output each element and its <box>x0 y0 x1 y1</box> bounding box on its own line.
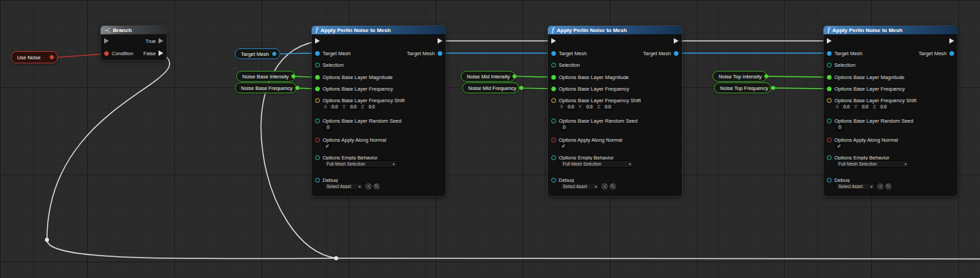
apply-along-normal-pin[interactable] <box>827 138 832 142</box>
true-exec-out-pin[interactable] <box>159 38 163 44</box>
var-node-target-mesh[interactable]: Target Mesh <box>235 48 280 59</box>
branch-node-header[interactable]: Branch <box>101 26 167 35</box>
magnitude-pin[interactable] <box>315 75 320 80</box>
node-title: Apply Perlin Noise to Mesh <box>321 27 391 33</box>
var-node-noise-top-intensity[interactable]: Noise Top Intensity <box>713 71 767 82</box>
y-value-field[interactable]: 0.0 <box>584 104 595 110</box>
apply-perlin-noise-node-2[interactable]: ƒ Apply Perlin Noise to Mesh Target Mesh… <box>548 26 682 196</box>
empty-behavior-dropdown[interactable]: Full Mesh Selection ▾ <box>560 160 634 168</box>
empty-behavior-dropdown[interactable]: Full Mesh Selection ▾ <box>324 160 397 168</box>
exec-in-pin[interactable] <box>315 38 320 44</box>
float-wire-top-intensity[interactable] <box>761 76 828 77</box>
target-mesh-out-pin[interactable] <box>674 51 679 56</box>
apply-along-normal-checkbox[interactable]: ✓ <box>836 143 843 150</box>
random-seed-field[interactable]: 0 <box>836 124 844 131</box>
browse-asset-button[interactable] <box>610 183 616 189</box>
apply-along-normal-checkbox[interactable]: ✓ <box>324 143 331 150</box>
blueprint-graph-canvas[interactable]: Use Noise Branch True Condition False <box>0 0 980 278</box>
frequency-shift-pin[interactable] <box>315 98 320 103</box>
branch-node[interactable]: Branch True Condition False <box>101 26 167 60</box>
random-seed-pin[interactable] <box>551 119 556 123</box>
bool-wire-usenoise-to-condition[interactable] <box>52 54 105 57</box>
magnitude-pin[interactable] <box>551 75 556 80</box>
selection-pin[interactable] <box>551 63 556 67</box>
y-value-field[interactable]: 0.0 <box>348 104 359 110</box>
function-node-header[interactable]: ƒ Apply Perlin Noise to Mesh <box>548 26 682 35</box>
var-node-noise-base-frequency[interactable]: Noise Base Frequency <box>235 82 297 93</box>
frequency-shift-pin[interactable] <box>551 98 556 103</box>
reroute-node-1[interactable] <box>45 238 49 242</box>
exec-out-pin[interactable] <box>438 38 442 44</box>
x-value-field[interactable]: 0.0 <box>565 104 576 110</box>
debug-asset-dropdown[interactable]: Select Asset ▾ <box>324 183 363 190</box>
var-node-use-noise[interactable]: Use Noise <box>11 51 58 63</box>
exec-out-pin[interactable] <box>674 38 679 44</box>
magnitude-pin[interactable] <box>827 75 832 80</box>
target-mesh-in-pin[interactable] <box>315 51 320 56</box>
use-selected-asset-button[interactable] <box>365 183 372 189</box>
frequency-shift-pin[interactable] <box>827 98 832 103</box>
random-seed-field[interactable]: 0 <box>560 124 568 131</box>
target-mesh-out-pin[interactable] <box>949 51 954 56</box>
browse-asset-button[interactable] <box>374 183 380 189</box>
float-output-pin[interactable] <box>519 86 523 90</box>
target-mesh-in-pin[interactable] <box>551 51 556 56</box>
apply-along-normal-pin[interactable] <box>315 138 320 142</box>
var-node-noise-mid-frequency[interactable]: Noise Mid Frequency <box>462 82 519 93</box>
function-node-header[interactable]: ƒ Apply Perlin Noise to Mesh <box>823 26 958 35</box>
random-seed-pin[interactable] <box>827 119 832 123</box>
z-value-field[interactable]: 0.0 <box>878 104 889 110</box>
frequency-pin[interactable] <box>827 87 832 91</box>
debug-pin[interactable] <box>315 178 320 183</box>
float-output-pin[interactable] <box>295 86 299 90</box>
frequency-pin[interactable] <box>551 87 556 91</box>
var-node-noise-base-intensity[interactable]: Noise Base Intensity <box>236 71 295 82</box>
debug-asset-dropdown[interactable]: Select Asset ▾ <box>560 183 600 190</box>
bool-output-pin[interactable] <box>50 55 54 59</box>
exec-wire-branch-false-to-reroute1[interactable] <box>47 54 169 240</box>
apply-perlin-noise-node-1[interactable]: ƒ Apply Perlin Noise to Mesh Target Mesh… <box>312 26 446 196</box>
browse-asset-button[interactable] <box>885 183 892 189</box>
empty-behavior-pin[interactable] <box>315 155 320 160</box>
exec-wire-bottom-right[interactable] <box>336 258 980 259</box>
random-seed-pin[interactable] <box>315 119 320 123</box>
empty-behavior-dropdown[interactable]: Full Mesh Selection ▾ <box>836 160 909 168</box>
float-output-pin[interactable] <box>771 86 775 90</box>
y-value-field[interactable]: 0.0 <box>860 104 871 110</box>
exec-wire-reroute1-to-reroute2[interactable] <box>47 240 336 258</box>
empty-behavior-pin[interactable] <box>827 155 832 160</box>
exec-in-pin[interactable] <box>827 38 832 44</box>
function-node-header[interactable]: ƒ Apply Perlin Noise to Mesh <box>312 26 446 35</box>
float-output-pin[interactable] <box>291 74 295 78</box>
target-mesh-out-pin[interactable] <box>438 51 442 56</box>
debug-asset-dropdown[interactable]: Select Asset ▾ <box>836 183 875 190</box>
apply-perlin-noise-node-3[interactable]: ƒ Apply Perlin Noise to Mesh Target Mesh… <box>823 26 958 196</box>
x-value-field[interactable]: 0.0 <box>840 104 852 110</box>
var-node-noise-mid-intensity[interactable]: Noise Mid Intensity <box>461 71 515 82</box>
z-value-field[interactable]: 0.0 <box>366 104 378 110</box>
var-node-noise-top-frequency[interactable]: Noise Top Frequency <box>714 82 771 93</box>
frequency-pin[interactable] <box>315 87 320 91</box>
target-mesh-in-pin[interactable] <box>827 51 832 56</box>
use-selected-asset-button[interactable] <box>602 183 608 189</box>
exec-out-pin[interactable] <box>949 38 954 44</box>
exec-in-pin[interactable] <box>104 38 109 44</box>
condition-bool-pin[interactable] <box>104 51 109 56</box>
random-seed-field[interactable]: 0 <box>324 124 332 131</box>
use-selected-asset-button[interactable] <box>877 183 883 189</box>
x-value-field[interactable]: 0.0 <box>329 104 340 110</box>
random-seed-field-row: 0 <box>324 123 332 131</box>
false-exec-out-pin[interactable] <box>159 50 163 56</box>
object-wire-targetmesh-to-node1[interactable] <box>274 53 316 54</box>
reroute-node-2[interactable] <box>334 256 338 260</box>
z-value-field[interactable]: 0.0 <box>602 104 614 110</box>
object-output-pin[interactable] <box>272 52 276 56</box>
apply-along-normal-checkbox[interactable]: ✓ <box>560 143 567 150</box>
debug-pin[interactable] <box>827 178 832 183</box>
selection-pin[interactable] <box>827 63 832 67</box>
empty-behavior-pin[interactable] <box>551 155 556 160</box>
apply-along-normal-pin[interactable] <box>551 138 556 142</box>
debug-pin[interactable] <box>551 178 556 183</box>
selection-pin[interactable] <box>315 63 320 67</box>
exec-in-pin[interactable] <box>551 38 556 44</box>
